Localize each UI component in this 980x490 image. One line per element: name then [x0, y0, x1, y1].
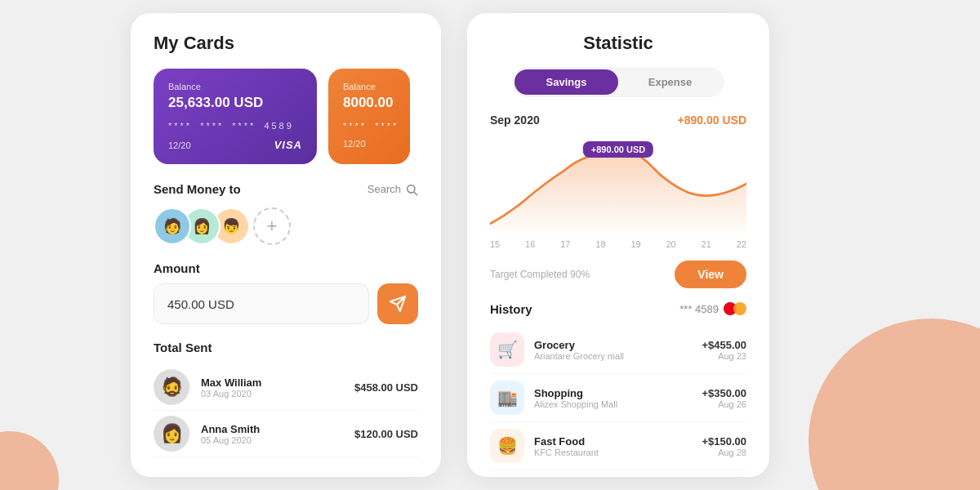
- tab-savings[interactable]: Savings: [514, 69, 618, 95]
- card1-label: Balance: [168, 82, 302, 91]
- hist-date-0: Aug 23: [702, 351, 746, 361]
- hist-sub-2: KFC Restaurant: [534, 448, 692, 457]
- search-link[interactable]: Search: [368, 183, 418, 196]
- sent-amount-1: $458.00 USD: [354, 381, 418, 394]
- history-card-number: *** 4589: [679, 303, 719, 315]
- history-item-2[interactable]: 🍔 Fast Food KFC Restaurant +$150.00 Aug …: [490, 422, 746, 470]
- chart-labels: 15 16 17 18 19 20 21 22: [490, 239, 746, 249]
- history-item-1[interactable]: 🏬 Shopping Alizex Shopping Mall +$350.00…: [490, 374, 746, 422]
- chart-label-18: 18: [595, 239, 605, 249]
- hist-amount-0: +$455.00: [702, 339, 746, 351]
- sent-info-2: Anna Smith 05 Aug 2020: [201, 423, 343, 445]
- card2-dots: ********: [343, 121, 395, 131]
- chart-area: +890.00 USD: [490, 135, 746, 233]
- mastercard-icon: [724, 301, 746, 316]
- history-header: History *** 4589: [490, 301, 746, 316]
- send-icon: [389, 295, 407, 313]
- send-money-title: Send Money to: [154, 182, 241, 196]
- tab-expense[interactable]: Expense: [618, 69, 722, 95]
- card2-label: Balance: [343, 82, 395, 91]
- bg-decoration-right: [808, 318, 980, 490]
- card2-bottom: 12/20: [343, 139, 395, 149]
- hist-right-2: +$150.00 Aug 28: [702, 435, 746, 457]
- hist-info-2: Fast Food KFC Restaurant: [534, 435, 692, 457]
- hist-info-1: Shopping Alizex Shopping Mall: [534, 387, 692, 409]
- card-orange[interactable]: Balance 8000.00 ******** 12/20: [328, 69, 410, 164]
- hist-amount-1: +$350.00: [702, 387, 746, 399]
- sent-name-1: Max William: [201, 376, 343, 389]
- sent-date-1: 03 Aug 2020: [201, 389, 343, 399]
- cards-row: Balance 25,633.00 USD ************4589 1…: [154, 69, 418, 164]
- history-card-info: *** 4589: [679, 301, 746, 316]
- hist-sub-0: Ariantare Grocery mall: [534, 351, 692, 361]
- amount-input[interactable]: [154, 283, 369, 324]
- history-item-0[interactable]: 🛒 Grocery Ariantare Grocery mall +$455.0…: [490, 326, 746, 374]
- sent-avatar-2: 👩: [154, 416, 189, 452]
- send-money-header: Send Money to Search: [154, 182, 418, 196]
- page-title: My Cards: [154, 33, 418, 54]
- avatar-1[interactable]: 🧑: [154, 207, 191, 245]
- view-button[interactable]: View: [675, 261, 746, 288]
- card2-expiry: 12/20: [343, 139, 366, 149]
- history-title: History: [490, 302, 532, 316]
- sent-amount-2: $120.00 USD: [354, 428, 418, 440]
- hist-sub-1: Alizex Shopping Mall: [534, 399, 692, 409]
- hist-amount-2: +$150.00: [702, 435, 746, 448]
- hist-icon-food: 🍔: [490, 429, 524, 463]
- chart-tooltip: +890.00 USD: [583, 141, 653, 158]
- hist-name-0: Grocery: [534, 339, 692, 351]
- target-row: Target Completed 90% View: [490, 261, 746, 288]
- statistic-title: Statistic: [490, 33, 746, 54]
- chart-label-19: 19: [630, 239, 640, 249]
- hist-date-2: Aug 28: [702, 448, 746, 457]
- search-icon: [405, 183, 418, 196]
- bg-decoration-left: [0, 431, 59, 490]
- svg-line-1: [414, 192, 417, 195]
- chart-label-20: 20: [666, 239, 675, 249]
- card2-balance: 8000.00: [343, 95, 395, 111]
- chart-label-15: 15: [490, 239, 500, 249]
- hist-right-1: +$350.00 Aug 26: [702, 387, 746, 409]
- tabs-row: Savings Expense: [512, 67, 724, 97]
- hist-date-1: Aug 26: [702, 399, 746, 409]
- card-purple[interactable]: Balance 25,633.00 USD ************4589 1…: [154, 69, 317, 164]
- sent-name-2: Anna Smith: [201, 423, 343, 435]
- chart-label-22: 22: [737, 239, 746, 249]
- amount-label: Amount: [154, 261, 418, 275]
- sent-row-2: 👩 Anna Smith 05 Aug 2020 $120.00 USD: [154, 411, 418, 457]
- amount-row: [154, 283, 418, 324]
- card1-bottom: 12/20 VISA: [168, 139, 302, 151]
- sent-info-1: Max William 03 Aug 2020: [201, 376, 343, 399]
- add-avatar-button[interactable]: +: [253, 207, 291, 245]
- sent-date-2: 05 Aug 2020: [201, 435, 343, 445]
- target-text: Target Completed 90%: [490, 269, 590, 280]
- hist-right-0: +$455.00 Aug 23: [702, 339, 746, 361]
- card1-balance: 25,633.00 USD: [168, 95, 302, 111]
- chart-month: Sep 2020: [490, 114, 540, 127]
- card1-brand: VISA: [274, 139, 302, 151]
- right-panel: Statistic Savings Expense Sep 2020 +890.…: [467, 13, 769, 477]
- total-sent-title: Total Sent: [154, 341, 418, 354]
- avatars-row: 🧑 👩 👦 +: [154, 207, 418, 245]
- card1-dots: ************4589: [168, 121, 302, 131]
- chart-label-16: 16: [525, 239, 535, 249]
- send-button[interactable]: [377, 283, 418, 324]
- hist-name-1: Shopping: [534, 387, 692, 399]
- sent-row-1: 🧔 Max William 03 Aug 2020 $458.00 USD: [154, 364, 418, 411]
- chart-label-21: 21: [702, 239, 711, 249]
- chart-label-17: 17: [560, 239, 570, 249]
- search-label: Search: [368, 183, 401, 195]
- chart-header: Sep 2020 +890.00 USD: [490, 114, 746, 127]
- hist-info-0: Grocery Ariantare Grocery mall: [534, 339, 692, 361]
- hist-name-2: Fast Food: [534, 435, 692, 448]
- card1-expiry: 12/20: [168, 140, 191, 150]
- sent-avatar-1: 🧔: [154, 369, 189, 405]
- hist-icon-shopping: 🏬: [490, 381, 524, 415]
- chart-value: +890.00 USD: [678, 114, 746, 127]
- left-panel: My Cards Balance 25,633.00 USD *********…: [131, 13, 441, 477]
- hist-icon-grocery: 🛒: [490, 332, 524, 367]
